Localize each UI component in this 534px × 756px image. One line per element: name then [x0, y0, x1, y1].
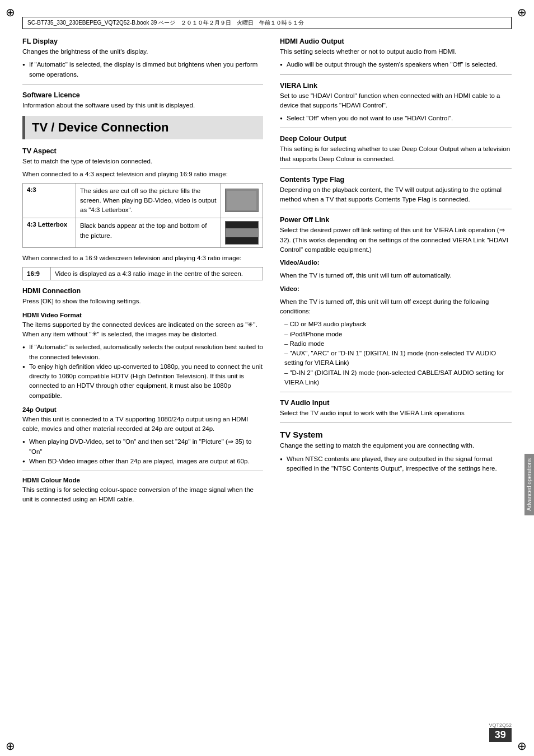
- software-licence-body: Information about the software used by t…: [22, 101, 263, 110]
- hdmi-audio-output-body: This setting selects whether or not to o…: [280, 47, 512, 57]
- power-off-video-audio-desc: When the TV is turned off, this unit wil…: [280, 271, 512, 280]
- aspect-label-169: 16:9: [23, 267, 51, 280]
- contents-type-flag-body: Depending on the playback content, the T…: [280, 185, 512, 205]
- hdmi-video-format-body: The items supported by the connected dev…: [22, 320, 263, 340]
- tv-aspect-body3: When connected to a 16:9 widescreen tele…: [22, 253, 263, 263]
- corner-mark-bl: [6, 739, 17, 750]
- screen-content-letterbox: [226, 222, 258, 244]
- tv-image-letterbox: [225, 221, 259, 245]
- tv-aspect-body2: When connected to a 4:3 aspect televisio…: [22, 170, 263, 179]
- page-number-box: VQT2Q52 39: [489, 722, 512, 742]
- aspect-desc-letterbox: Black bands appear at the top and bottom…: [76, 218, 221, 248]
- hdmi-audio-output-bullet: Audio will be output through the system'…: [280, 60, 512, 69]
- dash-item-3: Radio mode: [280, 339, 512, 349]
- tv-audio-input-body: Select the TV audio input to work with t…: [280, 408, 512, 418]
- table-row: 16:9 Video is displayed as a 4:3 ratio i…: [23, 267, 263, 280]
- fl-display-title: FL Display: [22, 37, 263, 45]
- dash-item-4: "AUX", "ARC" or "D-IN 1" (DIGITAL IN 1) …: [280, 349, 512, 368]
- hdmi-connection-title: HDMI Connection: [22, 287, 263, 295]
- divider-r1: [280, 74, 512, 75]
- divider-r2: [280, 128, 512, 128]
- screen-content-full: [226, 189, 258, 212]
- divider-r6: [280, 422, 512, 423]
- hdmi-colour-mode-body: This setting is for selecting colour-spa…: [22, 485, 263, 505]
- divider-r3: [280, 168, 512, 169]
- hdmi-video-format-title: HDMI Video Format: [22, 312, 263, 318]
- fl-display-body: Changes the brightness of the unit's dis…: [22, 47, 263, 57]
- page-number: 39: [489, 728, 512, 742]
- tv-aspect-body1: Set to match the type of television conn…: [22, 157, 263, 166]
- aspect-img-letterbox: [221, 218, 263, 248]
- power-off-video-audio-label: Video/Audio:: [280, 258, 512, 267]
- tv-device-connection-header: TV / Device Connection: [22, 116, 263, 139]
- power-off-link-body: Select the desired power off link settin…: [280, 226, 512, 255]
- divider-2: [22, 471, 263, 471]
- power-off-video-label: Video:: [280, 284, 512, 294]
- hdmi-audio-output-title: HDMI Audio Output: [280, 37, 512, 45]
- aspect-table-43: 4:3 The sides are cut off so the picture…: [22, 183, 263, 248]
- aspect-label-letterbox: 4:3 Letterbox: [23, 218, 76, 248]
- corner-mark-br: [517, 739, 528, 750]
- deep-colour-output-body: This setting is for selecting whether to…: [280, 144, 512, 164]
- right-column: HDMI Audio Output This setting selects w…: [280, 37, 512, 508]
- table-row: 4:3 Letterbox Black bands appear at the …: [23, 218, 263, 248]
- divider-r5: [280, 392, 512, 392]
- dash-item-1: CD or MP3 audio playback: [280, 320, 512, 329]
- hdmi-colour-mode-title: HDMI Colour Mode: [22, 477, 263, 483]
- output-24p-title: 24p Output: [22, 406, 263, 413]
- aspect-label-43: 4:3: [23, 183, 76, 218]
- viera-link-body: Set to use "HDAVI Control" function when…: [280, 91, 512, 111]
- tv-system-bullet: When NTSC contents are played, they are …: [280, 454, 512, 474]
- tv-system-body: Change the setting to match the equipmen…: [280, 441, 512, 450]
- dash-item-2: iPod/iPhone mode: [280, 330, 512, 339]
- power-off-video-desc: When the TV is turned off, this unit wil…: [280, 297, 512, 317]
- tv-audio-input-title: TV Audio Input: [280, 399, 512, 407]
- output-24p-bullet-1: When playing DVD-Video, set to "On" and …: [22, 437, 263, 457]
- tv-system-title: TV System: [280, 430, 512, 439]
- header-text: SC-BT735_330_230EBEPEG_VQT2Q52-B.book 39…: [27, 20, 304, 26]
- aspect-table-169: 16:9 Video is displayed as a 4:3 ratio i…: [22, 267, 263, 280]
- tv-aspect-title: TV Aspect: [22, 147, 263, 155]
- left-column: FL Display Changes the brightness of the…: [22, 37, 263, 508]
- power-off-link-title: Power Off Link: [280, 216, 512, 224]
- page: SC-BT735_330_230EBEPEG_VQT2Q52-B.book 39…: [0, 0, 534, 756]
- page-code: VQT2Q52: [489, 722, 512, 728]
- dash-item-5: "D-IN 2" (DIGITAL IN 2) mode (non-select…: [280, 368, 512, 388]
- aspect-desc-169: Video is displayed as a 4:3 ratio image …: [51, 267, 263, 280]
- viera-link-bullet: Select "Off" when you do not want to use…: [280, 114, 512, 123]
- hdmi-video-bullet-2: To enjoy high definition video up-conver…: [22, 362, 263, 401]
- main-content: FL Display Changes the brightness of the…: [22, 37, 512, 508]
- fl-display-bullet: If "Automatic" is selected, the display …: [22, 60, 263, 79]
- divider-1: [22, 84, 263, 84]
- table-row: 4:3 The sides are cut off so the picture…: [23, 183, 263, 218]
- header-bar: SC-BT735_330_230EBEPEG_VQT2Q52-B.book 39…: [22, 17, 512, 29]
- tv-image-full: [225, 189, 259, 212]
- divider-r4: [280, 209, 512, 209]
- hdmi-connection-body: Press [OK] to show the following setting…: [22, 297, 263, 306]
- viera-link-title: VIERA Link: [280, 82, 512, 90]
- aspect-img-43: [221, 183, 263, 218]
- hdmi-video-bullet-1: If "Automatic" is selected, automaticall…: [22, 342, 263, 362]
- software-licence-title: Software Licence: [22, 91, 263, 99]
- side-tab: Advanced operations: [524, 454, 534, 515]
- corner-mark-tl: [6, 6, 17, 17]
- corner-mark-tr: [517, 6, 528, 17]
- aspect-desc-43: The sides are cut off so the picture fil…: [76, 183, 221, 218]
- contents-type-flag-title: Contents Type Flag: [280, 176, 512, 184]
- output-24p-bullet-2: When BD-Video images other than 24p are …: [22, 457, 263, 466]
- output-24p-body: When this unit is connected to a TV supp…: [22, 415, 263, 434]
- deep-colour-output-title: Deep Colour Output: [280, 135, 512, 143]
